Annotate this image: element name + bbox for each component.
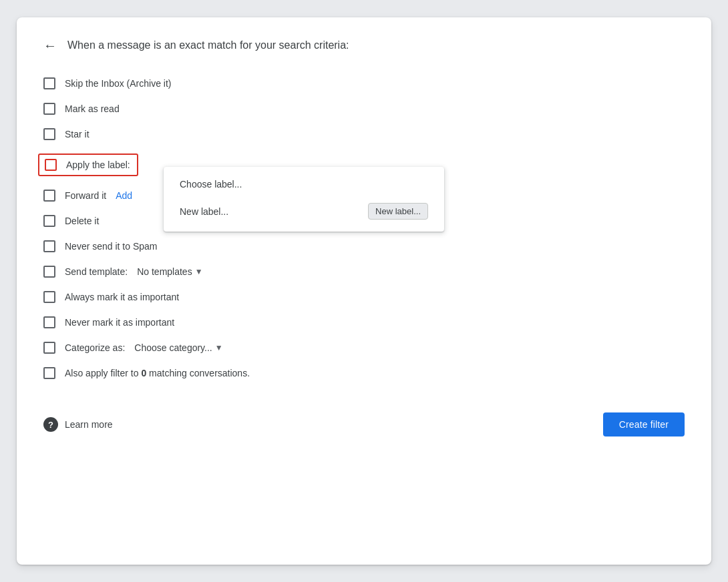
label-never-important: Never mark it as important: [65, 317, 174, 328]
option-apply-label: Apply the label: Choose label... New lab…: [43, 147, 685, 183]
label-categorize: Categorize as:: [65, 342, 125, 353]
label-always-important: Always mark it as important: [65, 292, 179, 302]
checkbox-mark-read[interactable]: [43, 103, 55, 115]
checkbox-never-spam[interactable]: [43, 240, 55, 252]
filter-options: Skip the Inbox (Archive it) Mark as read…: [43, 71, 685, 386]
label-delete-it: Delete it: [65, 216, 99, 226]
categorize-dropdown[interactable]: Choose category... ▼: [134, 342, 222, 353]
option-also-apply: Also apply filter to 0 matching conversa…: [43, 360, 685, 386]
checkbox-apply-label[interactable]: [45, 159, 57, 171]
header-row: ← When a message is an exact match for y…: [43, 39, 685, 52]
label-apply-label: Apply the label:: [66, 160, 130, 170]
option-send-template: Send template: No templates ▼: [43, 259, 685, 284]
help-icon[interactable]: ?: [43, 417, 58, 432]
categorize-dropdown-arrow: ▼: [215, 343, 223, 352]
option-star-it: Star it: [43, 121, 685, 147]
checkbox-also-apply[interactable]: [43, 367, 55, 379]
option-skip-inbox: Skip the Inbox (Archive it): [43, 71, 685, 96]
option-never-important: Never mark it as important: [43, 310, 685, 335]
checkbox-star-it[interactable]: [43, 128, 55, 140]
dropdown-item-choose-label[interactable]: Choose label...: [164, 172, 444, 196]
option-never-spam: Never send it to Spam: [43, 234, 685, 259]
label-also-apply: Also apply filter to 0 matching conversa…: [65, 368, 250, 378]
label-mark-read: Mark as read: [65, 103, 120, 114]
learn-more-link[interactable]: Learn more: [65, 419, 113, 430]
template-dropdown[interactable]: No templates ▼: [137, 266, 202, 277]
label-skip-inbox: Skip the Inbox (Archive it): [65, 78, 172, 89]
checkbox-categorize[interactable]: [43, 342, 55, 354]
label-send-template: Send template:: [65, 266, 128, 277]
option-always-important: Always mark it as important: [43, 284, 685, 310]
checkbox-always-important[interactable]: [43, 291, 55, 303]
option-categorize: Categorize as: Choose category... ▼: [43, 335, 685, 360]
option-mark-read: Mark as read: [43, 96, 685, 121]
template-dropdown-value: No templates: [137, 266, 192, 277]
header-description: When a message is an exact match for you…: [67, 39, 349, 51]
dropdown-item-new-label[interactable]: New label... New label...: [164, 196, 444, 226]
new-label-badge: New label...: [368, 203, 428, 220]
back-arrow[interactable]: ←: [43, 39, 57, 52]
checkbox-delete-it[interactable]: [43, 215, 55, 227]
label-dropdown-popup: Choose label... New label... New label..…: [164, 167, 444, 232]
template-dropdown-arrow: ▼: [195, 267, 203, 276]
learn-more-group: ? Learn more: [43, 417, 113, 432]
checkbox-skip-inbox[interactable]: [43, 77, 55, 89]
checkbox-send-template[interactable]: [43, 266, 55, 278]
footer-row: ? Learn more Create filter: [43, 412, 685, 437]
label-forward-it: Forward it: [65, 190, 106, 201]
create-filter-button[interactable]: Create filter: [603, 412, 685, 437]
checkbox-forward-it[interactable]: [43, 190, 55, 202]
filter-settings-card: ← When a message is an exact match for y…: [17, 17, 711, 565]
label-star-it: Star it: [65, 129, 89, 139]
checkbox-never-important[interactable]: [43, 316, 55, 328]
add-address-link[interactable]: Add: [116, 190, 132, 201]
categorize-dropdown-value: Choose category...: [134, 342, 212, 353]
label-never-spam: Never send it to Spam: [65, 241, 158, 252]
